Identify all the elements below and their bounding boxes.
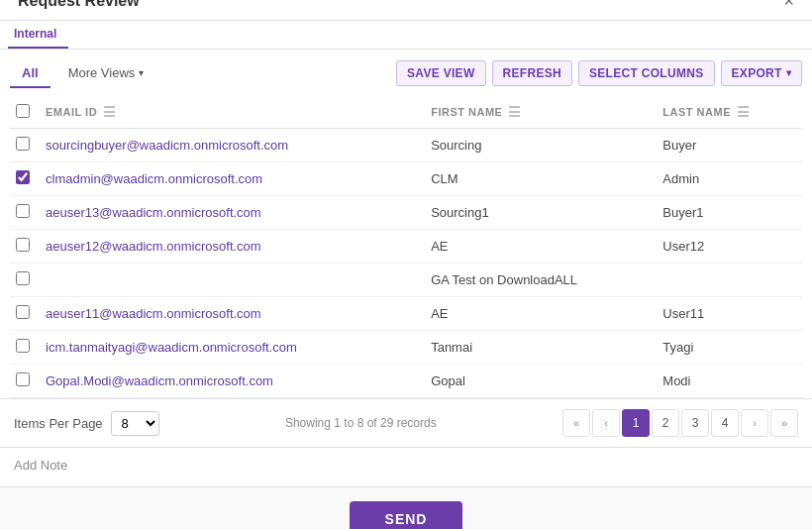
page-prev-button[interactable]: ‹ [592,409,620,437]
chevron-down-icon: ▾ [139,67,144,78]
internal-tab-row: Internal [0,21,812,50]
more-views-dropdown[interactable]: More Views ▾ [56,57,156,88]
table-row: sourcingbuyer@waadicm.onmicrosoft.comSou… [10,129,802,162]
row-first-name: Sourcing [425,129,657,162]
row-last-name: Modi [657,365,802,398]
row-checkbox-cell [10,162,40,196]
row-first-name: AE [425,230,657,264]
col-menu-firstname-icon[interactable]: ☰ [508,104,522,120]
col-menu-lastname-icon[interactable]: ☰ [737,104,751,120]
export-button[interactable]: EXPORT ▾ [721,60,802,86]
col-header-lastname: LAST NAME ☰ [657,96,802,129]
row-email [40,264,425,297]
page-next-button[interactable]: › [741,409,768,437]
select-all-checkbox[interactable] [16,104,30,118]
table-header-row: EMAIL ID ☰ FIRST NAME ☰ [10,96,802,129]
table-body: sourcingbuyer@waadicm.onmicrosoft.comSou… [10,129,802,398]
page-first-button[interactable]: « [562,409,590,437]
row-checkbox[interactable] [16,305,30,319]
row-last-name: User12 [657,230,802,264]
row-checkbox[interactable] [16,372,30,386]
tab-all[interactable]: All [10,57,51,88]
col-header-firstname: FIRST NAME ☰ [425,96,657,129]
row-checkbox-cell [10,297,40,331]
add-note-button[interactable]: Add Note [14,458,67,473]
row-first-name: AE [425,297,657,331]
row-checkbox-cell [10,230,40,264]
row-checkbox-cell [10,264,40,297]
row-checkbox-cell [10,331,40,365]
items-per-page-select[interactable]: 8 16 24 [111,411,159,436]
row-checkbox-cell [10,365,40,398]
add-note-section: Add Note [0,447,812,486]
modal-footer: SEND [0,486,812,529]
select-columns-button[interactable]: SELECT COLUMNS [578,60,715,86]
row-first-name: CLM [425,162,657,196]
table-row: aeuser13@waadicm.onmicrosoft.comSourcing… [10,196,802,230]
toolbar-row: All More Views ▾ SAVE VIEW REFRESH SELEC… [0,50,812,96]
row-first-name: Tanmai [425,331,657,365]
refresh-button[interactable]: REFRESH [492,60,572,86]
request-review-modal: Request Review × Internal All More Views… [0,0,812,529]
modal-title: Request Review [18,0,140,10]
table-row: aeuser12@waadicm.onmicrosoft.comAEUser12 [10,230,802,264]
table-row: clmadmin@waadicm.onmicrosoft.comCLMAdmin [10,162,802,196]
pagination-controls: « ‹ 1 2 3 4 › » [562,409,798,437]
users-table: EMAIL ID ☰ FIRST NAME ☰ [10,96,802,398]
send-button[interactable]: SEND [350,501,463,529]
row-email: sourcingbuyer@waadicm.onmicrosoft.com [40,129,425,162]
row-last-name: User11 [657,297,802,331]
row-first-name: GA Test on DownloadALL [425,264,657,297]
pagination-footer: Items Per Page 8 16 24 Showing 1 to 8 of… [0,398,812,447]
row-checkbox[interactable] [16,238,30,252]
pagination-info: Showing 1 to 8 of 29 records [167,416,555,430]
modal-header: Request Review × [0,0,812,21]
table-row: aeuser11@waadicm.onmicrosoft.comAEUser11 [10,297,802,331]
row-first-name: Gopal [425,365,657,398]
page-3-button[interactable]: 3 [681,409,709,437]
col-header-email: EMAIL ID ☰ [40,96,425,129]
row-email: aeuser11@waadicm.onmicrosoft.com [40,297,425,331]
row-last-name [657,264,802,297]
close-button[interactable]: × [783,0,794,10]
row-checkbox[interactable] [16,170,30,184]
page-1-button[interactable]: 1 [622,409,650,437]
items-per-page-label: Items Per Page [14,416,103,431]
table-container: EMAIL ID ☰ FIRST NAME ☰ [0,96,812,398]
table-row: icm.tanmaityagi@waadicm.onmicrosoft.comT… [10,331,802,365]
row-checkbox-cell [10,196,40,230]
row-email: aeuser13@waadicm.onmicrosoft.com [40,196,425,230]
row-last-name: Buyer [657,129,802,162]
row-last-name: Tyagi [657,331,802,365]
row-checkbox-cell [10,129,40,162]
row-email: Gopal.Modi@waadicm.onmicrosoft.com [40,365,425,398]
row-checkbox[interactable] [16,204,30,218]
table-row: Gopal.Modi@waadicm.onmicrosoft.comGopalM… [10,365,802,398]
row-email: aeuser12@waadicm.onmicrosoft.com [40,230,425,264]
export-arrow-icon: ▾ [786,67,791,78]
page-2-button[interactable]: 2 [652,409,679,437]
row-email: clmadmin@waadicm.onmicrosoft.com [40,162,425,196]
tab-internal[interactable]: Internal [8,21,68,49]
page-4-button[interactable]: 4 [711,409,739,437]
select-all-header [10,96,40,129]
save-view-button[interactable]: SAVE VIEW [396,60,486,86]
col-menu-email-icon[interactable]: ☰ [103,104,117,120]
row-checkbox[interactable] [16,137,30,151]
row-checkbox[interactable] [16,271,30,285]
row-last-name: Admin [657,162,802,196]
row-checkbox[interactable] [16,339,30,353]
row-last-name: Buyer1 [657,196,802,230]
row-first-name: Sourcing1 [425,196,657,230]
page-last-button[interactable]: » [770,409,798,437]
row-email: icm.tanmaityagi@waadicm.onmicrosoft.com [40,331,425,365]
table-row: GA Test on DownloadALL [10,264,802,297]
